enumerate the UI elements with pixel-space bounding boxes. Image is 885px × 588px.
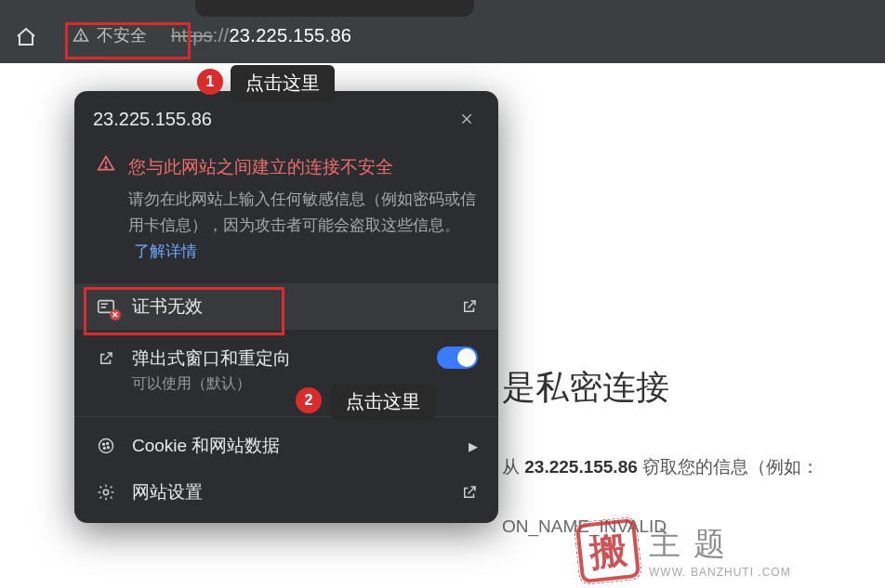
svg-point-12 (103, 448, 105, 450)
close-icon (459, 111, 474, 126)
site-settings-row[interactable]: 网站设置 (74, 469, 498, 516)
page-heading-fragment: 是私密连接 (502, 365, 885, 411)
cookies-row[interactable]: Cookie 和网站数据 ▸ (74, 423, 498, 469)
warning-triangle-icon (97, 154, 115, 265)
annotation-tooltip-1: 点击这里 (231, 65, 335, 101)
watermark-main: 主题 (649, 523, 791, 566)
page-line2-ip: 23.225.155.86 (524, 457, 638, 477)
home-button[interactable] (9, 20, 43, 54)
url-host: 23.225.155.86 (229, 25, 351, 46)
learn-more-link[interactable]: 了解详情 (134, 242, 197, 260)
url-separator: :// (213, 25, 230, 46)
popup-title: 23.225.155.86 (93, 109, 212, 130)
warning-triangle-icon (73, 27, 89, 44)
svg-point-11 (107, 443, 109, 445)
page-line2-prefix: 从 (502, 457, 524, 477)
certificate-row-label: 证书无效 (132, 294, 203, 319)
page-line2-suffix: 窃取您的信息（例如： (638, 457, 819, 477)
site-settings-row-label: 网站设置 (132, 480, 203, 504)
annotation-badge-2: 2 (296, 387, 322, 413)
cookies-row-label: Cookie 和网站数据 (132, 434, 280, 458)
open-in-new-icon (461, 484, 478, 501)
svg-point-10 (103, 444, 105, 446)
svg-point-14 (103, 490, 108, 495)
open-in-new-icon (461, 298, 478, 315)
svg-point-5 (105, 166, 107, 168)
open-in-new-icon (95, 350, 117, 367)
watermark: 搬 主题 WWW. BANZHUTI .COM (578, 518, 801, 583)
tab-bar-fragment (195, 0, 474, 17)
popups-toggle[interactable] (437, 346, 478, 369)
certificate-row[interactable]: ✕ 证书无效 (74, 283, 498, 330)
address-bar[interactable]: 不安全 https://23.225.155.86 (50, 17, 351, 54)
home-icon (15, 26, 37, 48)
cookie-icon (95, 437, 117, 455)
warning-heading: 您与此网站之间建立的连接不安全 (128, 152, 476, 181)
not-secure-chip[interactable]: 不安全 (63, 22, 156, 48)
watermark-stamp-icon: 搬 (575, 518, 641, 583)
popups-row-label: 弹出式窗口和重定向 (132, 346, 291, 371)
popup-close-button[interactable] (454, 106, 480, 132)
page-warning-line: 从 23.225.155.86 窃取您的信息（例如： (502, 455, 885, 479)
not-secure-label: 不安全 (97, 24, 147, 46)
svg-point-9 (99, 439, 113, 453)
watermark-sub: WWW. BANZHUTI .COM (649, 566, 791, 579)
annotation-badge-1: 1 (197, 69, 223, 95)
divider (74, 416, 498, 417)
url-scheme: https (171, 25, 213, 46)
svg-point-13 (108, 447, 110, 449)
warning-body: 请勿在此网站上输入任何敏感信息（例如密码或信用卡信息），因为攻击者可能会盗取这些… (128, 190, 476, 234)
popups-row-sublabel: 可以使用（默认） (132, 374, 291, 394)
annotation-tooltip-2: 点击这里 (331, 384, 435, 420)
gear-icon (95, 483, 117, 502)
connection-warning: 您与此网站之间建立的连接不安全 请勿在此网站上输入任何敏感信息（例如密码或信用卡… (74, 137, 498, 283)
svg-point-1 (80, 38, 82, 40)
certificate-invalid-icon: ✕ (95, 296, 117, 317)
site-info-popup: 23.225.155.86 您与此网站之间建立的连接不安全 请勿在此网站上输入任… (74, 91, 498, 523)
url-text[interactable]: https://23.225.155.86 (171, 25, 351, 46)
chevron-right-icon: ▸ (469, 435, 478, 457)
